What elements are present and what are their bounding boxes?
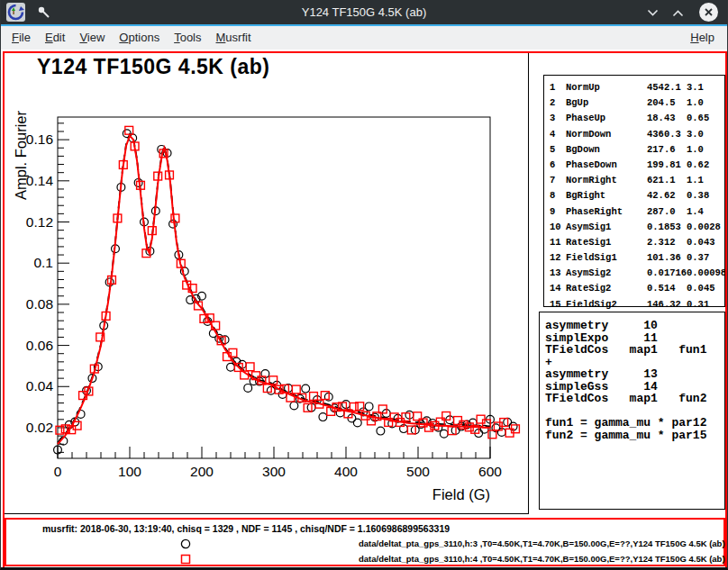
x-tick-label: 600: [478, 464, 502, 479]
close-button[interactable]: [699, 3, 718, 22]
parameter-row: 4NormDown4360.33.0: [544, 127, 724, 142]
parameter-row: 12FieldSig1101.360.37: [544, 250, 724, 266]
parameter-row: 13AsymSig20.017160.00098: [544, 266, 724, 281]
window-title: Y124 TF150G 4.5K (ab): [1, 0, 727, 24]
minimize-button[interactable]: [642, 5, 662, 21]
menu-item-options[interactable]: Options: [112, 26, 167, 50]
y-tick-label: 0.02: [26, 420, 53, 435]
y-tick-label: 0.12: [26, 214, 53, 230]
parameter-row: 8BgRight42.620.38: [544, 188, 724, 204]
data-point-square: [246, 363, 254, 371]
parameter-row: 5BgDown217.61.0: [544, 142, 724, 158]
parameter-row: 1NormUp4542.13.1: [544, 80, 724, 95]
menu-item-edit[interactable]: Edit: [38, 26, 72, 50]
menu-item-view[interactable]: View: [72, 26, 112, 50]
fourier-plot[interactable]: 01002003004005006000.020.040.060.080.10.…: [5, 53, 528, 513]
data-point-circle: [302, 385, 310, 393]
data-point-circle: [169, 220, 177, 228]
parameter-row: 11RateSig12.3120.043: [544, 235, 724, 250]
y-tick-label: 0.14: [26, 173, 54, 188]
x-tick-label: 400: [334, 464, 358, 479]
x-axis-title: Field (G): [432, 486, 490, 502]
parameter-row: 6PhaseDown199.810.62: [544, 158, 724, 173]
y-tick-label: 0.16: [26, 131, 53, 147]
data-point-square: [292, 385, 300, 394]
menubar: FileEditViewOptionsToolsMusrfit Help: [1, 26, 727, 50]
data-point-circle: [319, 413, 327, 421]
data-point-circle: [377, 427, 385, 435]
menu-item-musrfit[interactable]: Musrfit: [209, 26, 259, 50]
legend-entry: data/deltat_pta_gps_3110,h:3 ,T0=4.50K,T…: [6, 537, 723, 551]
parameter-row: 15FieldSig2146.320.31: [544, 297, 724, 312]
theory-line: [58, 136, 490, 445]
theory-line-dashed: [58, 134, 490, 443]
parameter-row: 14RateSig20.5140.045: [544, 281, 724, 296]
x-tick-label: 0: [54, 464, 62, 479]
parameter-row: 10AsymSig10.18530.0028: [544, 220, 724, 235]
x-tick-label: 200: [190, 464, 214, 479]
y-tick-label: 0.08: [26, 296, 53, 312]
parameter-row: 3PhaseUp18.430.65: [544, 111, 724, 126]
root-canvas[interactable]: Y124 TF150G 4.5K (ab) 010020030040050060…: [1, 50, 728, 570]
y-axis-title: Ampl. Fourier: [13, 111, 29, 201]
x-tick-label: 500: [406, 464, 430, 479]
menu-item-file[interactable]: File: [5, 26, 38, 50]
info-pad: musrfit: 2018-06-30, 13:19:40, chisq = 1…: [5, 518, 725, 566]
x-tick-label: 100: [118, 464, 141, 479]
y-tick-label: 0.1: [33, 255, 53, 270]
parameter-pad: 1NormUp4542.13.12BgUp204.51.03PhaseUp18.…: [543, 75, 725, 307]
legend-label: data/deltat_pta_gps_3110,h:3 ,T0=4.50K,T…: [359, 538, 725, 548]
data-point-circle: [353, 419, 361, 427]
parameter-row: 9PhaseRight287.01.4: [544, 204, 724, 220]
theory-text: asymmetry 10 simplExpo 11 TFieldCos map1…: [545, 320, 724, 441]
window-titlebar[interactable]: Y124 TF150G 4.5K (ab): [1, 0, 727, 24]
menu-item-tools[interactable]: Tools: [167, 26, 208, 50]
circle-marker-icon: [179, 538, 192, 550]
data-point-circle: [440, 430, 448, 438]
y-tick-label: 0.06: [26, 338, 53, 353]
data-point-circle: [244, 385, 252, 393]
plot-pad[interactable]: Y124 TF150G 4.5K (ab) 010020030040050060…: [5, 53, 529, 514]
menu-item-help[interactable]: Help: [683, 26, 722, 50]
legend-label: data/deltat_pta_gps_3110,h:4 ,T0=4.50K,T…: [359, 554, 725, 564]
x-tick-label: 300: [262, 464, 286, 479]
maximize-button[interactable]: [668, 5, 687, 21]
data-point-circle: [365, 403, 373, 411]
parameter-row: 7NormRight621.11.1: [544, 173, 724, 188]
square-marker-icon: [179, 553, 192, 565]
theory-pad: asymmetry 10 simplExpo 11 TFieldCos map1…: [539, 312, 725, 510]
parameter-row: 2BgUp204.51.0: [544, 95, 724, 111]
app-window: Y124 TF150G 4.5K (ab) FileEditViewOption…: [0, 0, 728, 570]
fit-stats: musrfit: 2018-06-30, 13:19:40, chisq = 1…: [42, 523, 450, 534]
y-tick-label: 0.04: [26, 378, 54, 394]
data-point-circle: [290, 402, 298, 410]
legend-entry: data/deltat_pta_gps_3110,h:4 ,T0=4.50K,T…: [6, 552, 723, 566]
